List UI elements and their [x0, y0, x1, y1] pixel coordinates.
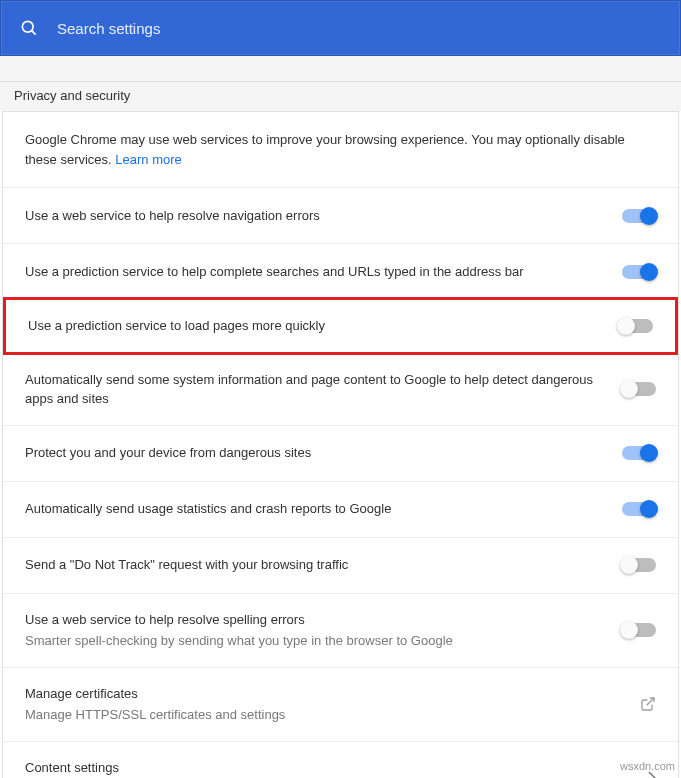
- setting-text: Use a web service to help resolve spelli…: [25, 610, 622, 651]
- toggle-switch[interactable]: [622, 209, 656, 223]
- setting-label: Use a web service to help resolve naviga…: [25, 206, 602, 226]
- toggle-knob: [640, 500, 658, 518]
- setting-text: Use a web service to help resolve naviga…: [25, 206, 622, 226]
- svg-point-0: [22, 21, 33, 32]
- svg-line-1: [32, 31, 36, 35]
- setting-label: Send a "Do Not Track" request with your …: [25, 555, 602, 575]
- setting-row[interactable]: Content settingsControl what information…: [3, 741, 678, 779]
- toggle-knob: [620, 621, 638, 639]
- toggle-switch[interactable]: [622, 502, 656, 516]
- toggle-switch[interactable]: [622, 446, 656, 460]
- setting-text: Automatically send usage statistics and …: [25, 499, 622, 519]
- setting-text: Content settingsControl what information…: [25, 758, 648, 779]
- setting-row[interactable]: Manage certificatesManage HTTPS/SSL cert…: [3, 667, 678, 741]
- watermark: wsxdn.com: [620, 760, 675, 772]
- toggle-switch[interactable]: [622, 265, 656, 279]
- section-title: Privacy and security: [0, 82, 681, 111]
- setting-label: Automatically send some system informati…: [25, 370, 602, 409]
- svg-line-2: [647, 698, 654, 705]
- search-icon: [19, 18, 39, 38]
- chevron-right-icon: [648, 771, 656, 778]
- setting-row: Use a web service to help resolve spelli…: [3, 593, 678, 667]
- setting-text: Manage certificatesManage HTTPS/SSL cert…: [25, 684, 640, 725]
- spacer: [0, 56, 681, 82]
- setting-label: Protect you and your device from dangero…: [25, 443, 602, 463]
- toggle-knob: [617, 317, 635, 335]
- setting-row: Use a web service to help resolve naviga…: [3, 187, 678, 243]
- toggle-switch[interactable]: [622, 382, 656, 396]
- toggle-knob: [640, 207, 658, 225]
- setting-text: Automatically send some system informati…: [25, 370, 622, 409]
- setting-label: Use a prediction service to help complet…: [25, 262, 602, 282]
- setting-label: Manage certificates: [25, 684, 620, 704]
- setting-row: Use a prediction service to help complet…: [3, 243, 678, 299]
- toggle-knob: [640, 444, 658, 462]
- setting-row: Automatically send some system informati…: [3, 353, 678, 425]
- setting-text: Protect you and your device from dangero…: [25, 443, 622, 463]
- learn-more-link[interactable]: Learn more: [115, 152, 181, 167]
- setting-label: Use a prediction service to load pages m…: [28, 316, 599, 336]
- toggle-switch[interactable]: [622, 558, 656, 572]
- setting-row: Send a "Do Not Track" request with your …: [3, 537, 678, 593]
- search-input[interactable]: [57, 20, 457, 37]
- setting-label: Content settings: [25, 758, 628, 778]
- toggle-switch[interactable]: [622, 623, 656, 637]
- setting-text: Use a prediction service to load pages m…: [28, 316, 619, 336]
- setting-row: Use a prediction service to load pages m…: [3, 297, 678, 355]
- external-link-icon: [640, 696, 656, 712]
- toggle-knob: [620, 556, 638, 574]
- setting-row: Protect you and your device from dangero…: [3, 425, 678, 481]
- setting-row: Automatically send usage statistics and …: [3, 481, 678, 537]
- setting-label: Use a web service to help resolve spelli…: [25, 610, 602, 630]
- settings-card: Google Chrome may use web services to im…: [2, 111, 679, 778]
- setting-text: Send a "Do Not Track" request with your …: [25, 555, 622, 575]
- setting-sublabel: Smarter spell-checking by sending what y…: [25, 631, 602, 651]
- setting-label: Automatically send usage statistics and …: [25, 499, 602, 519]
- toggle-knob: [620, 380, 638, 398]
- toggle-knob: [640, 263, 658, 281]
- setting-sublabel: Manage HTTPS/SSL certificates and settin…: [25, 705, 620, 725]
- intro-text: Google Chrome may use web services to im…: [3, 112, 678, 187]
- header-bar: [0, 0, 681, 56]
- setting-text: Use a prediction service to help complet…: [25, 262, 622, 282]
- toggle-switch[interactable]: [619, 319, 653, 333]
